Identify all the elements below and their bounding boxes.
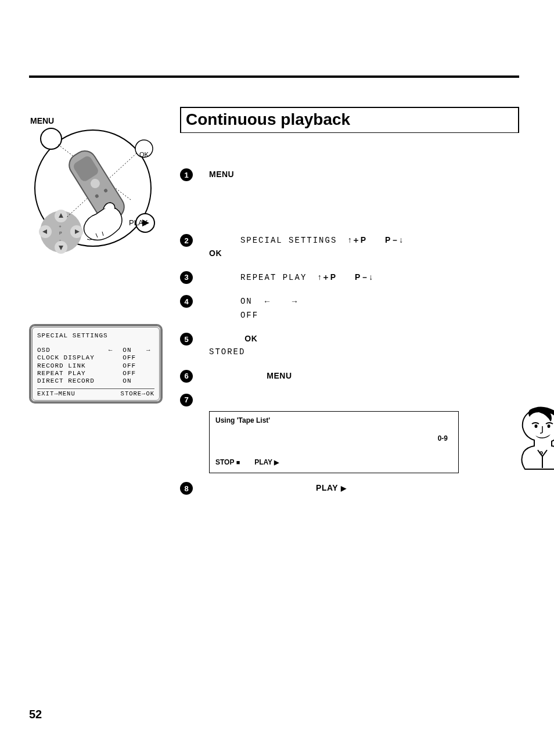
svg-text:－: －: [58, 238, 62, 242]
tv-row: RECORD LINK OFF: [37, 362, 154, 370]
step-number-icon: 1: [180, 168, 193, 181]
step-8: 8 Start playback with PLAY ▶: [180, 481, 519, 495]
step-2: 2 Select ' SPECIAL SETTINGS ↑＋P P－↓ OK: [180, 233, 519, 260]
ok-button-label: OK: [244, 334, 257, 343]
right-arrow-icon: →: [290, 297, 299, 306]
step-number-icon: 3: [180, 271, 193, 284]
page-number: 52: [29, 708, 42, 721]
svg-text:P: P: [59, 231, 62, 235]
p-minus-down-icon: P－↓: [385, 235, 404, 244]
step-7: 7: [180, 393, 519, 406]
play-button-label: PLAY: [316, 483, 338, 492]
step-number-icon: 8: [180, 482, 193, 495]
svg-point-24: [535, 424, 538, 428]
tv-heading: SPECIAL SETTINGS: [37, 332, 154, 340]
stop-button-label: STOP: [215, 458, 234, 466]
tv-row: CLOCK DISPLAY OFF: [37, 354, 154, 362]
menu-button-label: MENU: [209, 170, 234, 179]
section-title-box: Continuous playback: [180, 107, 519, 133]
tv-foot-left: EXIT→MENU: [37, 390, 75, 398]
step-number-icon: 5: [180, 333, 193, 345]
person-illustration: [513, 405, 554, 475]
stop-icon: ■: [236, 459, 240, 466]
p-minus-down-icon: P－↓: [355, 272, 373, 282]
step-number-icon: 6: [180, 370, 193, 383]
step-5: 5 Confirm OK STORED: [180, 332, 519, 359]
step-3: 3 Select ' REPEAT PLAY ↑＋P P－↓: [180, 271, 519, 284]
svg-point-1: [41, 128, 62, 149]
play-button-label: PLAY: [254, 458, 272, 466]
left-arrow-icon: ←: [263, 297, 272, 306]
step-6: 6 To end, press MENU: [180, 369, 519, 383]
tv-foot-right: STORE→OK: [121, 390, 154, 398]
remote-label-menu: MENU: [30, 116, 54, 125]
svg-point-25: [548, 424, 551, 428]
top-divider: [29, 75, 519, 78]
tip-box: Using 'Tape List' 0-9 STOP ■ PLAY ▶: [209, 411, 459, 474]
step-number-icon: 7: [180, 394, 193, 406]
osd-off: OFF: [240, 311, 258, 320]
tip-title: Using 'Tape List': [215, 416, 452, 424]
remote-label-ok: OK: [139, 151, 149, 158]
svg-text:＋: ＋: [58, 224, 62, 228]
section-title: Continuous playback: [186, 110, 513, 129]
step-4: 4 Select ' ON ← → Select ' OFF: [180, 294, 519, 322]
osd-special-settings: SPECIAL SETTINGS: [240, 236, 337, 245]
menu-button-label: MENU: [267, 371, 292, 380]
ok-button-label: OK: [209, 249, 222, 258]
tv-osd-screen: SPECIAL SETTINGS OSD ← ON → CLOCK DISPLA…: [29, 324, 163, 404]
up-plus-p-icon: ↑＋P: [348, 235, 366, 244]
step-1: 1 MENU: [180, 168, 519, 181]
tv-row: REPEAT PLAY OFF: [37, 370, 154, 377]
step-number-icon: 2: [180, 234, 193, 247]
up-plus-p-icon: ↑＋P: [318, 272, 336, 282]
step-number-icon: 4: [180, 295, 193, 308]
play-icon: ▶: [274, 459, 279, 466]
osd-repeat-play: REPEAT PLAY: [240, 273, 307, 282]
number-buttons-label: 0-9: [438, 434, 448, 442]
remote-label-play: PLAY: [129, 218, 148, 227]
play-icon: ▶: [341, 484, 347, 492]
tv-row: OSD ← ON →: [37, 347, 154, 354]
tv-row: DIRECT RECORD ON: [37, 377, 154, 385]
osd-stored: STORED: [209, 347, 245, 357]
remote-illustration: ＋ P －: [29, 113, 168, 260]
osd-on: ON: [240, 297, 253, 306]
